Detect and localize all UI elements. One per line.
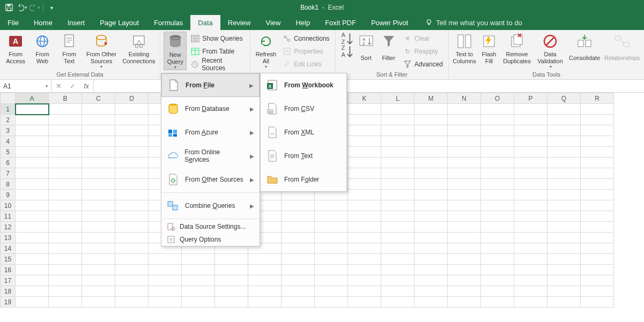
cell[interactable] [414, 297, 448, 308]
cell[interactable] [16, 136, 49, 147]
cell[interactable] [581, 275, 614, 286]
cell[interactable] [581, 200, 614, 211]
cell[interactable] [16, 211, 49, 222]
cell[interactable] [547, 200, 581, 211]
cell[interactable] [481, 275, 514, 286]
cell[interactable] [448, 265, 481, 275]
cell[interactable] [448, 190, 481, 200]
cell[interactable] [49, 211, 82, 222]
cell[interactable] [381, 275, 414, 286]
cell[interactable] [282, 211, 315, 222]
cell[interactable] [414, 200, 448, 211]
cell[interactable] [547, 233, 581, 243]
from-web-button[interactable]: From Web [30, 32, 55, 65]
cell[interactable] [581, 243, 614, 254]
cell[interactable] [82, 190, 115, 200]
cell[interactable] [348, 233, 381, 243]
cell[interactable] [381, 211, 414, 222]
cell[interactable] [49, 297, 82, 308]
cell[interactable] [348, 275, 381, 286]
cell[interactable] [348, 136, 381, 147]
cell[interactable] [547, 243, 581, 254]
remove-duplicates-button[interactable]: Remove Duplicates [501, 32, 532, 65]
cell[interactable] [49, 200, 82, 211]
cell[interactable] [581, 179, 614, 190]
from-table-button[interactable]: From Table [189, 46, 247, 57]
cell[interactable] [82, 125, 115, 136]
tab-home[interactable]: Home [26, 15, 60, 30]
cell[interactable] [514, 286, 547, 297]
cell[interactable] [248, 297, 282, 308]
cell[interactable] [514, 125, 547, 136]
cell[interactable] [414, 275, 448, 286]
column-header[interactable]: R [581, 93, 614, 104]
cell[interactable] [414, 104, 448, 115]
tab-power-pivot[interactable]: Power Pivot [364, 15, 416, 30]
column-header[interactable]: M [414, 93, 448, 104]
tab-data[interactable]: Data [190, 15, 220, 30]
cell[interactable] [381, 179, 414, 190]
cell[interactable] [82, 136, 115, 147]
cell[interactable] [348, 158, 381, 168]
new-query-button[interactable]: New Query▾ [164, 32, 187, 70]
cell[interactable] [215, 297, 248, 308]
menu-data-source-settings[interactable]: Data Source Settings... [161, 220, 260, 233]
cell[interactable] [215, 286, 248, 297]
advanced-button[interactable]: Advanced [401, 58, 445, 70]
cell[interactable] [82, 200, 115, 211]
cell[interactable] [115, 200, 149, 211]
cell[interactable] [547, 275, 581, 286]
cell[interactable] [115, 168, 149, 179]
tell-me-search[interactable]: Tell me what you want to do [425, 15, 522, 30]
cell[interactable] [282, 254, 315, 265]
undo-button[interactable]: ▾ [16, 2, 28, 13]
cell[interactable] [82, 179, 115, 190]
cell[interactable] [547, 115, 581, 125]
cell[interactable] [481, 147, 514, 158]
cell[interactable] [82, 233, 115, 243]
cell[interactable] [115, 211, 149, 222]
cell[interactable] [381, 265, 414, 275]
cell[interactable] [282, 275, 315, 286]
cell[interactable] [248, 254, 282, 265]
column-header[interactable]: C [82, 93, 115, 104]
cell[interactable] [581, 136, 614, 147]
cell[interactable] [16, 115, 49, 125]
row-header[interactable]: 4 [1, 136, 16, 147]
cell[interactable] [115, 286, 149, 297]
cell[interactable] [381, 233, 414, 243]
cell[interactable] [448, 200, 481, 211]
cell[interactable] [49, 125, 82, 136]
menu-from-file[interactable]: From File ▶ [161, 73, 260, 97]
cell[interactable] [448, 115, 481, 125]
cell[interactable] [115, 147, 149, 158]
cell[interactable] [448, 254, 481, 265]
cell[interactable] [149, 254, 182, 265]
cell[interactable] [381, 168, 414, 179]
cell[interactable] [481, 233, 514, 243]
cell[interactable] [448, 243, 481, 254]
cell[interactable] [49, 158, 82, 168]
cell[interactable] [315, 200, 348, 211]
cell[interactable] [581, 286, 614, 297]
cell[interactable] [481, 115, 514, 125]
menu-from-text[interactable]: From Text [261, 144, 346, 168]
cell[interactable] [514, 104, 547, 115]
cell[interactable] [49, 286, 82, 297]
cell[interactable] [514, 243, 547, 254]
cell[interactable] [448, 297, 481, 308]
redo-button[interactable]: ▾ [29, 2, 41, 13]
cell[interactable] [514, 233, 547, 243]
cell[interactable] [248, 286, 282, 297]
cell[interactable] [82, 104, 115, 115]
cell[interactable] [348, 297, 381, 308]
cell[interactable] [547, 158, 581, 168]
tab-foxit-pdf[interactable]: Foxit PDF [317, 15, 364, 30]
sort-az-button[interactable]: AZ ZA [339, 32, 354, 58]
cell[interactable] [514, 168, 547, 179]
cell[interactable] [115, 233, 149, 243]
cell[interactable] [547, 168, 581, 179]
cell[interactable] [414, 158, 448, 168]
cell[interactable] [315, 275, 348, 286]
cell[interactable] [49, 222, 82, 233]
